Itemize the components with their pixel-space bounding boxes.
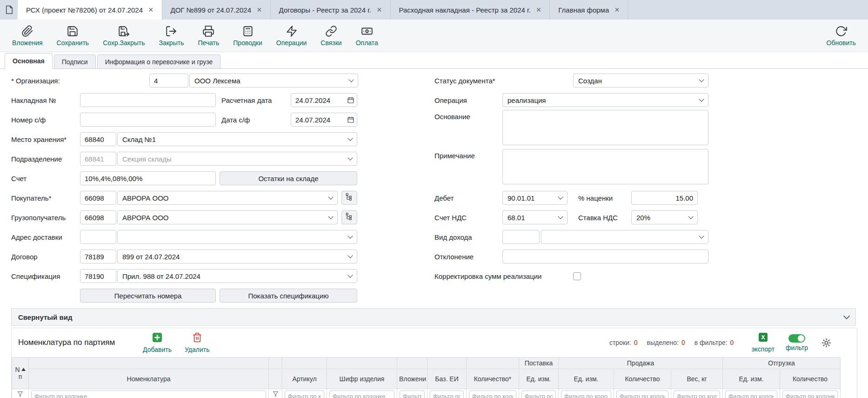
- income-type-select[interactable]: [541, 230, 708, 244]
- filter-input-base-unit[interactable]: [430, 391, 464, 398]
- print-button[interactable]: Печать: [198, 25, 219, 47]
- chevron-down-icon: [347, 135, 353, 141]
- filter-input-quantity[interactable]: [469, 391, 516, 398]
- contract-code-input[interactable]: [80, 250, 116, 263]
- show-specification-button[interactable]: Показать спецификацию: [220, 289, 357, 303]
- tab-main[interactable]: Основная: [5, 53, 53, 69]
- vat-account-select[interactable]: 68.01: [502, 210, 568, 224]
- filter-input-weight[interactable]: [674, 391, 720, 398]
- close-icon[interactable]: ×: [257, 6, 262, 14]
- specification-code-input[interactable]: [80, 269, 116, 283]
- consignee-tree-button[interactable]: [341, 210, 357, 224]
- filter-input-sale-unit[interactable]: [561, 391, 611, 398]
- sf-date-field: [291, 113, 357, 127]
- column-header-ship-unit[interactable]: Ед. изм.: [723, 369, 780, 389]
- buyer-tree-button[interactable]: [341, 191, 357, 205]
- status-select[interactable]: Создан: [573, 74, 708, 88]
- window-tab-contracts-registry[interactable]: Договоры - Реестр за 2024 г. ×: [271, 0, 391, 20]
- window-tab-rsx[interactable]: РСХ (проект №78206) от 24.07.2024 ×: [18, 0, 162, 20]
- column-header-weight[interactable]: Вес, кг: [671, 369, 723, 389]
- filter-input-ship-unit[interactable]: [725, 391, 777, 398]
- column-header-supply-unit[interactable]: Ед. изм.: [519, 369, 559, 389]
- tab-signatures[interactable]: Подписи: [54, 54, 96, 69]
- specification-value: Прил. 988 от 24.07.2024: [122, 272, 346, 280]
- filter-input-product-code[interactable]: [329, 391, 394, 398]
- column-header-sale-unit[interactable]: Ед. изм.: [559, 369, 614, 389]
- organization-select[interactable]: ООО Лексема: [189, 74, 358, 88]
- column-header-ship-quantity[interactable]: Количество: [780, 369, 841, 389]
- attachments-button[interactable]: Вложения: [12, 25, 43, 47]
- organization-code-input[interactable]: [149, 74, 188, 88]
- window-tab-dog[interactable]: ДОГ №899 от 24.07.2024 ×: [162, 0, 271, 20]
- filter-input-article[interactable]: [285, 391, 324, 398]
- debit-select[interactable]: 90.01.01: [502, 191, 568, 205]
- delivery-address-code-input[interactable]: [80, 230, 116, 244]
- filter-cell: [427, 389, 467, 398]
- save-button[interactable]: Сохранить: [57, 25, 89, 47]
- specification-select[interactable]: Прил. 988 от 24.07.2024: [117, 269, 357, 283]
- payment-button[interactable]: Оплата: [356, 25, 378, 47]
- tab-cargo-info[interactable]: Информация о перевозчике и грузе: [97, 54, 221, 69]
- stock-balance-button[interactable]: Остатки на складе: [220, 171, 357, 185]
- note-textarea[interactable]: [502, 149, 708, 184]
- column-header-nomenclature[interactable]: Номенклатура: [29, 369, 269, 389]
- storage-select[interactable]: Склад №1: [117, 132, 357, 146]
- close-icon[interactable]: ×: [614, 6, 620, 14]
- department-code-input[interactable]: [80, 152, 116, 166]
- window-tab-main-form[interactable]: Главная форма ×: [550, 0, 628, 20]
- correction-label: Корректировка сумм реализации: [434, 272, 573, 280]
- buyer-code-input[interactable]: [80, 191, 116, 205]
- column-header-base-unit[interactable]: Баз. ЕИ: [427, 369, 467, 389]
- sf-number-input[interactable]: [80, 113, 216, 127]
- close-icon[interactable]: ×: [148, 6, 154, 14]
- recalc-numbers-button[interactable]: Пересчитать номера: [80, 289, 216, 303]
- markup-input[interactable]: [631, 191, 698, 205]
- department-value: Секция склады: [122, 155, 346, 163]
- settings-gear-button[interactable]: [821, 337, 832, 348]
- delivery-address-select[interactable]: [117, 230, 357, 244]
- account-input[interactable]: [80, 171, 216, 185]
- filter-input-nested[interactable]: [400, 391, 425, 398]
- basis-textarea[interactable]: [502, 110, 708, 145]
- income-type-code-input[interactable]: [502, 230, 540, 244]
- column-header-product-code[interactable]: Шифр изделия: [327, 369, 397, 389]
- vat-rate-select[interactable]: 20%: [631, 210, 698, 224]
- filter-cell-npp[interactable]: [12, 389, 29, 398]
- filter-input-nomenclature[interactable]: [31, 391, 266, 398]
- contract-select[interactable]: 899 от 24.07.2024: [117, 250, 357, 263]
- storage-code-input[interactable]: [80, 132, 116, 146]
- filter-cell-blank[interactable]: [269, 389, 282, 398]
- deviation-input[interactable]: [502, 250, 708, 263]
- export-button[interactable]: X экспорт: [751, 332, 775, 353]
- save-close-button[interactable]: Сохр.Закрыть: [103, 25, 145, 47]
- operation-select[interactable]: реализация: [502, 93, 708, 107]
- filter-input-ship-quantity[interactable]: [782, 391, 838, 398]
- column-header-article[interactable]: Артикул: [282, 369, 327, 389]
- add-row-button[interactable]: Добавить: [143, 332, 172, 353]
- correction-checkbox[interactable]: [573, 272, 581, 280]
- delete-row-button[interactable]: Удалить: [185, 332, 209, 353]
- invoice-number-input[interactable]: [80, 93, 216, 107]
- close-icon[interactable]: ×: [377, 6, 382, 14]
- consignee-code-input[interactable]: [80, 210, 116, 224]
- filter-input-sale-quantity[interactable]: [616, 391, 668, 398]
- chevron-down-icon: [688, 214, 693, 219]
- column-header-npp[interactable]: N п: [12, 358, 29, 389]
- collapsed-view-bar[interactable]: Свернутый вид: [11, 308, 856, 326]
- column-header-sale-quantity[interactable]: Количество: [614, 369, 671, 389]
- filter-input-supply-unit[interactable]: [521, 391, 556, 398]
- close-button[interactable]: Закрыть: [159, 25, 184, 47]
- department-select[interactable]: Секция склады: [117, 152, 357, 166]
- operations-button[interactable]: Операции: [276, 25, 307, 47]
- postings-button[interactable]: Проводки: [233, 25, 262, 47]
- links-button[interactable]: Связки: [320, 25, 341, 47]
- consignee-select[interactable]: АВРОРА ООО: [117, 210, 338, 224]
- save-label: Сохранить: [57, 39, 89, 47]
- column-header-quantity[interactable]: Количество*: [467, 369, 519, 389]
- window-tab-invoice-registry[interactable]: Расходная накладная - Реестр за 2024 г. …: [391, 0, 550, 20]
- filter-toggle[interactable]: фильтр: [786, 334, 808, 351]
- column-header-nested[interactable]: Вложени: [397, 369, 427, 389]
- buyer-select[interactable]: АВРОРА ООО: [117, 191, 338, 205]
- close-icon[interactable]: ×: [536, 6, 541, 14]
- refresh-button[interactable]: Обновить: [827, 25, 856, 47]
